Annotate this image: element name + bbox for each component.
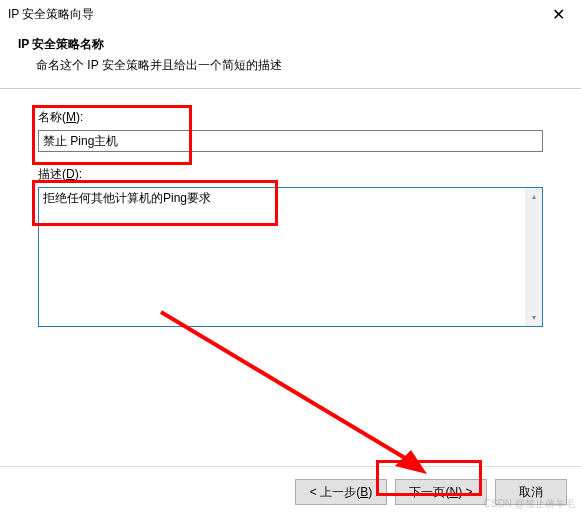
name-label-prefix: 名称( [38,110,66,124]
next-button-hotkey: N [449,485,458,499]
name-field-group: 名称(M): [38,109,543,152]
back-button-suffix: ) [368,485,372,499]
next-button-suffix: ) > [458,485,472,499]
content-area: 名称(M): 描述(D): 拒绝任何其他计算机的Ping要求 ▴ ▾ [0,89,581,351]
wizard-header: IP 安全策略名称 命名这个 IP 安全策略并且给出一个简短的描述 [0,28,581,88]
next-button[interactable]: 下一页(N) > [395,479,487,505]
name-label-suffix: ): [76,110,83,124]
svg-marker-1 [395,450,427,474]
titlebar: IP 安全策略向导 ✕ [0,0,581,28]
name-label: 名称(M): [38,109,543,126]
footer-divider [0,466,581,467]
description-textarea-wrap: 拒绝任何其他计算机的Ping要求 ▴ ▾ [38,187,543,327]
watermark: CSDN @禁止薅羊毛 [484,497,575,511]
back-button[interactable]: < 上一步(B) [295,479,387,505]
description-label-suffix: ): [75,167,82,181]
back-button-prefix: < 上一步( [310,485,360,499]
next-button-prefix: 下一页( [409,485,449,499]
page-subtitle: 命名这个 IP 安全策略并且给出一个简短的描述 [18,57,563,74]
description-label-prefix: 描述( [38,167,66,181]
scroll-up-icon[interactable]: ▴ [525,188,542,205]
textarea-scrollbar[interactable]: ▴ ▾ [525,188,542,326]
description-label: 描述(D): [38,166,543,183]
scroll-down-icon[interactable]: ▾ [525,309,542,326]
description-textarea[interactable]: 拒绝任何其他计算机的Ping要求 [39,188,525,326]
window-title: IP 安全策略向导 [8,6,94,23]
description-label-hotkey: D [66,167,75,181]
close-icon[interactable]: ✕ [544,3,573,26]
description-field-group: 描述(D): 拒绝任何其他计算机的Ping要求 ▴ ▾ [38,166,543,327]
name-input[interactable] [38,130,543,152]
page-title: IP 安全策略名称 [18,36,563,53]
name-label-hotkey: M [66,110,76,124]
back-button-hotkey: B [360,485,368,499]
